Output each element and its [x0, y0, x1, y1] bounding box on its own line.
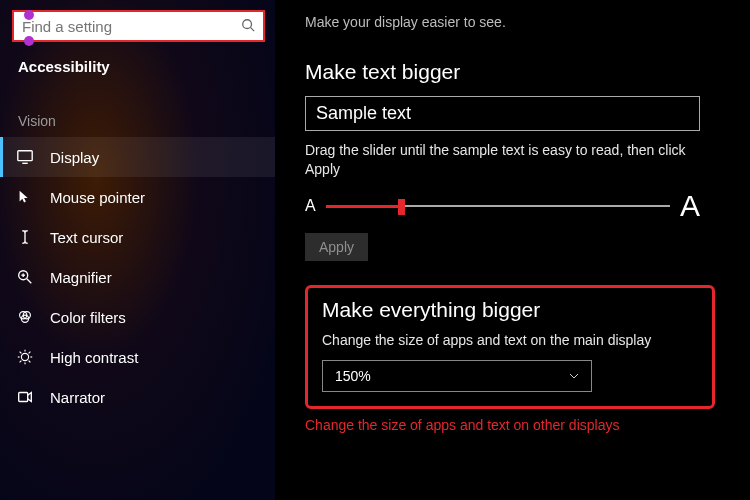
- sidebar-item-label: Magnifier: [50, 269, 112, 286]
- color-filters-icon: [16, 308, 34, 326]
- sidebar: Accessibility Vision Display Mouse point…: [0, 0, 275, 500]
- link-other-displays[interactable]: Change the size of apps and text on othe…: [305, 417, 730, 433]
- search-icon: [241, 18, 255, 32]
- sidebar-item-label: Display: [50, 149, 99, 166]
- sidebar-item-color-filters[interactable]: Color filters: [0, 297, 275, 337]
- slider-thumb[interactable]: [398, 199, 405, 215]
- sidebar-item-mouse-pointer[interactable]: Mouse pointer: [0, 177, 275, 217]
- text-caret-handle-icon: [24, 10, 34, 20]
- svg-line-6: [27, 279, 32, 284]
- sidebar-item-magnifier[interactable]: Magnifier: [0, 257, 275, 297]
- slider-min-label: A: [305, 197, 316, 215]
- text-size-slider[interactable]: [326, 196, 670, 216]
- svg-line-17: [20, 352, 22, 354]
- sidebar-item-label: Narrator: [50, 389, 105, 406]
- sidebar-item-text-cursor[interactable]: Text cursor: [0, 217, 275, 257]
- apply-button[interactable]: Apply: [305, 233, 368, 261]
- sidebar-item-label: Mouse pointer: [50, 189, 145, 206]
- sidebar-item-narrator[interactable]: Narrator: [0, 377, 275, 417]
- sample-text-preview: Sample text: [305, 96, 700, 131]
- sidebar-item-high-contrast[interactable]: High contrast: [0, 337, 275, 377]
- narrator-icon: [16, 388, 34, 406]
- svg-point-12: [21, 353, 28, 360]
- sidebar-item-label: Color filters: [50, 309, 126, 326]
- sidebar-item-display[interactable]: Display: [0, 137, 275, 177]
- slider-track-filled: [326, 205, 402, 208]
- text-caret-handle-icon: [24, 36, 34, 46]
- magnifier-icon: [16, 268, 34, 286]
- section-label-vision: Vision: [0, 75, 275, 137]
- sidebar-item-label: High contrast: [50, 349, 138, 366]
- intro-text: Make your display easier to see.: [305, 14, 730, 30]
- slider-track: [401, 205, 670, 207]
- text-size-slider-row: A A: [305, 189, 700, 223]
- svg-line-18: [29, 361, 31, 363]
- main-panel: Make your display easier to see. Make te…: [275, 0, 750, 500]
- mouse-pointer-icon: [16, 188, 34, 206]
- search-input[interactable]: [12, 10, 265, 42]
- display-icon: [16, 148, 34, 166]
- svg-line-19: [20, 361, 22, 363]
- svg-rect-21: [19, 393, 28, 402]
- sidebar-item-label: Text cursor: [50, 229, 123, 246]
- chevron-down-icon: [569, 371, 579, 381]
- page-title: Accessibility: [0, 54, 275, 75]
- svg-line-1: [251, 28, 255, 32]
- slider-description: Drag the slider until the sample text is…: [305, 141, 705, 179]
- scale-description: Change the size of apps and text on the …: [322, 332, 698, 348]
- svg-line-20: [29, 352, 31, 354]
- highlight-make-everything-bigger: Make everything bigger Change the size o…: [305, 285, 715, 409]
- search-container: [12, 10, 265, 42]
- dropdown-value: 150%: [335, 368, 371, 384]
- slider-max-label: A: [680, 189, 700, 223]
- heading-make-everything-bigger: Make everything bigger: [322, 298, 698, 322]
- svg-point-0: [243, 20, 252, 29]
- heading-make-text-bigger: Make text bigger: [305, 60, 730, 84]
- high-contrast-icon: [16, 348, 34, 366]
- display-scale-dropdown[interactable]: 150%: [322, 360, 592, 392]
- svg-rect-2: [18, 151, 32, 161]
- text-cursor-icon: [16, 228, 34, 246]
